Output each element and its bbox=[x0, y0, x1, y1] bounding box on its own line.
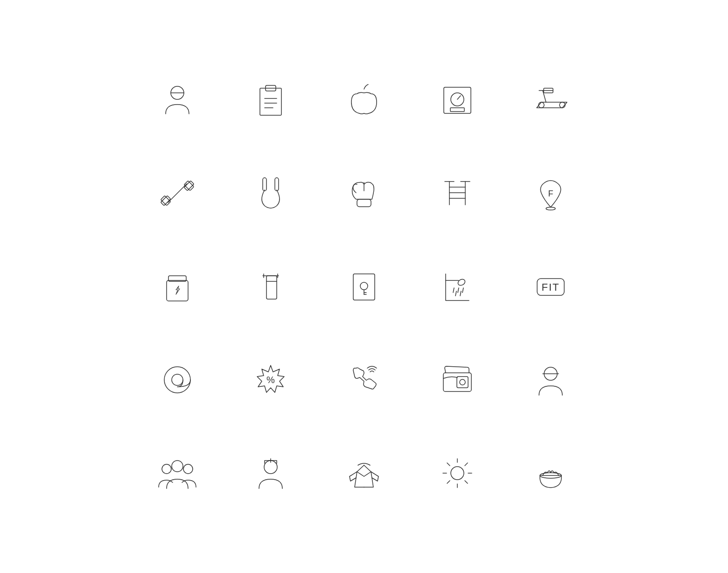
dumbbell-icon bbox=[156, 172, 198, 214]
cream-icon bbox=[530, 452, 572, 494]
svg-point-47 bbox=[457, 278, 466, 286]
jump-rope-icon bbox=[250, 172, 292, 214]
phone-icon-cell bbox=[317, 333, 411, 426]
towel-icon-cell bbox=[224, 240, 317, 333]
apple-icon bbox=[343, 79, 385, 121]
scale-icon-cell bbox=[411, 53, 504, 147]
jump-rope-icon-cell bbox=[224, 147, 317, 240]
pool-icon bbox=[436, 172, 478, 214]
svg-text:F: F bbox=[548, 189, 553, 198]
pool-icon-cell bbox=[411, 147, 504, 240]
shower-icon-cell bbox=[411, 240, 504, 333]
svg-text:%: % bbox=[266, 375, 275, 385]
svg-rect-21 bbox=[263, 178, 266, 191]
svg-line-77 bbox=[447, 481, 450, 483]
kimono-icon-cell bbox=[317, 426, 411, 520]
svg-rect-23 bbox=[357, 199, 371, 207]
locker-icon bbox=[343, 266, 385, 307]
at-icon bbox=[156, 359, 198, 401]
svg-text:FIT: FIT bbox=[542, 281, 560, 293]
person-icon-cell bbox=[131, 53, 224, 147]
cream-icon-cell bbox=[504, 426, 597, 520]
svg-rect-10 bbox=[450, 108, 464, 112]
svg-point-65 bbox=[172, 461, 183, 472]
protein-icon-cell bbox=[131, 240, 224, 333]
svg-line-48 bbox=[453, 288, 454, 293]
wallet-icon bbox=[436, 359, 478, 401]
sun-icon bbox=[436, 452, 478, 494]
svg-rect-2 bbox=[260, 88, 281, 115]
treadmill-icon-cell bbox=[504, 53, 597, 147]
locker-icon-cell bbox=[317, 240, 411, 333]
svg-point-42 bbox=[360, 282, 368, 290]
location-f-icon: F bbox=[530, 172, 572, 214]
clipboard-icon-cell bbox=[224, 53, 317, 147]
svg-point-64 bbox=[183, 464, 193, 474]
person-icon bbox=[156, 79, 198, 121]
svg-line-75 bbox=[465, 481, 468, 483]
svg-rect-7 bbox=[444, 87, 471, 113]
discount-icon: % bbox=[250, 359, 292, 401]
user-half-icon-cell bbox=[504, 333, 597, 426]
svg-point-63 bbox=[162, 464, 171, 474]
user-half-icon bbox=[530, 359, 572, 401]
icon-grid: F bbox=[131, 53, 597, 520]
svg-rect-58 bbox=[443, 373, 471, 391]
svg-line-13 bbox=[543, 91, 546, 102]
fit-icon: FIT bbox=[530, 266, 572, 307]
dumbbell-icon-cell bbox=[131, 147, 224, 240]
fit-icon-cell: FIT bbox=[504, 240, 597, 333]
svg-line-9 bbox=[457, 96, 461, 99]
location-f-icon-cell: F bbox=[504, 147, 597, 240]
svg-line-74 bbox=[447, 463, 450, 466]
group-icon bbox=[156, 452, 198, 494]
group-icon-cell bbox=[131, 426, 224, 520]
svg-point-60 bbox=[460, 379, 465, 385]
towel-icon bbox=[250, 266, 292, 307]
nurse-icon bbox=[250, 452, 292, 494]
svg-rect-22 bbox=[275, 178, 279, 191]
svg-rect-41 bbox=[353, 274, 375, 300]
svg-point-69 bbox=[451, 467, 464, 480]
svg-point-33 bbox=[546, 207, 555, 210]
scale-icon bbox=[436, 79, 478, 121]
boxing-glove-icon-cell bbox=[317, 147, 411, 240]
clipboard-icon bbox=[250, 79, 292, 121]
svg-line-51 bbox=[455, 291, 456, 296]
svg-line-50 bbox=[462, 288, 463, 293]
at-icon-cell bbox=[131, 333, 224, 426]
protein-icon bbox=[156, 266, 198, 307]
svg-rect-59 bbox=[457, 377, 468, 388]
svg-point-55 bbox=[164, 367, 190, 393]
wallet-icon-cell bbox=[411, 333, 504, 426]
discount-icon-cell: % bbox=[224, 333, 317, 426]
nurse-icon-cell bbox=[224, 426, 317, 520]
treadmill-icon bbox=[530, 79, 572, 121]
shower-icon bbox=[436, 266, 478, 307]
phone-icon bbox=[343, 359, 385, 401]
svg-line-16 bbox=[168, 184, 187, 203]
boxing-glove-icon bbox=[343, 172, 385, 214]
sun-icon-cell bbox=[411, 426, 504, 520]
apple-icon-cell bbox=[317, 53, 411, 147]
kimono-icon bbox=[343, 452, 385, 494]
svg-line-76 bbox=[465, 463, 468, 466]
svg-point-56 bbox=[172, 374, 183, 385]
svg-rect-39 bbox=[266, 276, 277, 299]
svg-line-49 bbox=[458, 288, 459, 293]
svg-line-52 bbox=[460, 291, 461, 296]
